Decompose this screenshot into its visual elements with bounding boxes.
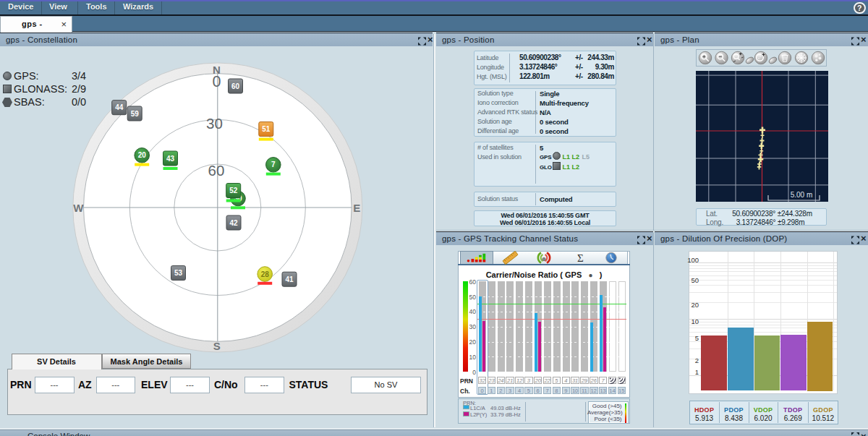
svg-text:59: 59 — [131, 110, 140, 118]
svg-text:W: W — [73, 202, 84, 214]
svg-text:S: S — [213, 340, 221, 352]
svg-text:5.00 m: 5.00 m — [791, 191, 813, 199]
svg-text:28: 28 — [261, 270, 270, 278]
svg-text:Σ: Σ — [577, 252, 584, 264]
svg-text:41: 41 — [285, 275, 294, 283]
svg-text:60: 60 — [208, 162, 225, 179]
svg-text:51: 51 — [262, 125, 271, 133]
svg-text:30: 30 — [206, 115, 223, 132]
svg-text:60: 60 — [231, 82, 240, 90]
svg-text:44: 44 — [115, 103, 124, 111]
svg-text:0: 0 — [213, 73, 221, 90]
svg-text:42: 42 — [229, 219, 238, 227]
svg-text:E: E — [353, 202, 360, 214]
svg-text:43: 43 — [166, 155, 175, 163]
svg-text:7: 7 — [271, 161, 276, 168]
svg-text:52: 52 — [229, 187, 238, 195]
svg-text:53: 53 — [174, 269, 183, 277]
svg-text:20: 20 — [138, 151, 147, 159]
